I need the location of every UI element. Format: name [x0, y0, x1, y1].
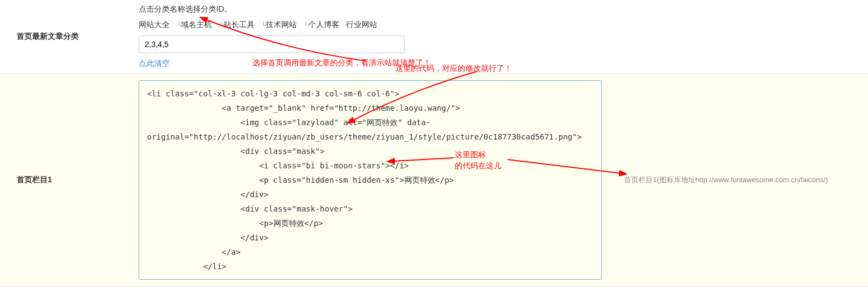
category-item-1[interactable]: └域名主机 [176, 20, 212, 30]
category-item-0[interactable]: 网站大全 [139, 20, 170, 30]
category-item-5[interactable]: 行业网站 [346, 20, 377, 30]
category-id-input[interactable] [139, 35, 405, 53]
category-name: 站长工具 [224, 20, 255, 29]
section-category: 首页最新文章分类 点击分类名称选择分类ID。 网站大全 └域名主机 └站长工具 … [0, 0, 868, 74]
section-label: 首页最新文章分类 [0, 0, 139, 73]
code-textarea[interactable]: <li class="col-xl-3 col-lg-3 col-md-3 co… [139, 80, 602, 280]
section-column1: 首页栏目1 <li class="col-xl-3 col-lg-3 col-m… [0, 74, 868, 287]
hint-text: 点击分类名称选择分类ID。 [139, 4, 618, 14]
category-item-3[interactable]: └技术网站 [261, 20, 297, 30]
tree-prefix: └ [303, 21, 308, 29]
section-label: 首页栏目1 [0, 74, 139, 286]
category-item-4[interactable]: └个人博客 [303, 20, 339, 30]
section-right-note: 首页栏目1(图标库地址http://www.fontawesome.com.cn… [618, 74, 868, 286]
section-label-text: 首页栏目1 [17, 175, 52, 185]
category-list: 网站大全 └域名主机 └站长工具 └技术网站 └个人博客 行业网站 [139, 20, 618, 30]
category-name: 域名主机 [181, 20, 212, 29]
section-content: <li class="col-xl-3 col-lg-3 col-md-3 co… [139, 74, 618, 286]
clear-link[interactable]: 点此清空 [139, 59, 170, 68]
section-content: 点击分类名称选择分类ID。 网站大全 └域名主机 └站长工具 └技术网站 └个人… [139, 0, 618, 73]
category-name: 个人博客 [308, 20, 339, 29]
tree-prefix: └ [219, 21, 224, 29]
category-name: 技术网站 [266, 20, 297, 29]
section-right [618, 0, 868, 73]
tree-prefix: └ [261, 21, 266, 29]
category-name: 网站大全 [139, 20, 170, 29]
category-name: 行业网站 [346, 20, 377, 29]
annotation-text-1: 选择首页调用最新文章的分类，看演示站就清楚了！ [252, 58, 431, 68]
category-item-2[interactable]: └站长工具 [219, 20, 255, 30]
right-note-text: 首页栏目1(图标库地址http://www.fontawesome.com.cn… [624, 175, 828, 185]
section-label-text: 首页最新文章分类 [17, 32, 79, 42]
